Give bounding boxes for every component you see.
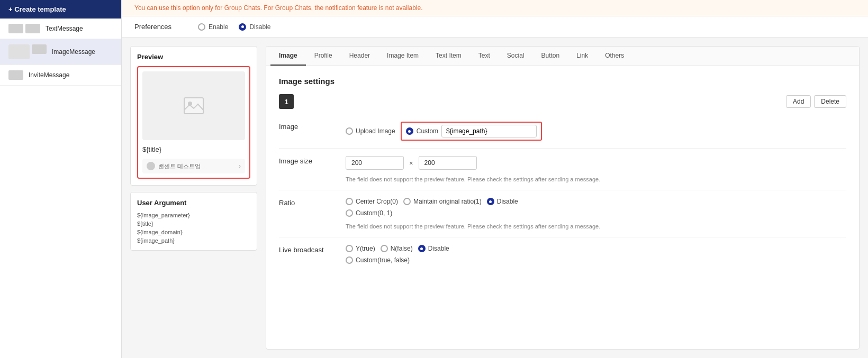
ratio-content: Center Crop(0) Maintain original ratio(1… — [346, 198, 846, 230]
ratio-disable-option[interactable]: Disable — [487, 198, 518, 205]
user-arg-2: ${image_domain} — [137, 229, 250, 235]
user-args-list: ${image_parameter} ${title} ${image_doma… — [137, 212, 250, 244]
preview-image — [142, 71, 245, 140]
preview-box: Preview ${title} 밴센트 테스트업 — [130, 46, 257, 186]
custom-ratio-radio[interactable] — [346, 209, 353, 217]
right-panel: Image Profile Header Image Item Text Ite… — [266, 46, 860, 350]
center-crop-option[interactable]: Center Crop(0) — [346, 198, 398, 205]
user-argument-title: User Argument — [137, 199, 250, 207]
image-height-input[interactable] — [419, 156, 477, 170]
ratio-disable-radio[interactable] — [487, 198, 494, 205]
size-x-separator: × — [409, 159, 413, 167]
sidebar-item-text-message[interactable]: TextMessage — [0, 19, 121, 39]
live-broadcast-content: Y(true) N(false) Disable — [346, 245, 846, 264]
image-size-row: Image size × The field does not support … — [279, 149, 846, 190]
y-true-radio[interactable] — [346, 245, 353, 252]
preferences-disable-label: Disable — [249, 23, 270, 31]
image-width-input[interactable] — [346, 156, 404, 170]
sidebar-thumb — [25, 24, 40, 33]
sidebar-thumb — [8, 24, 23, 33]
user-arg-3: ${image_path} — [137, 237, 250, 244]
maintain-ratio-radio[interactable] — [403, 198, 411, 205]
preferences-enable-radio[interactable] — [198, 23, 205, 31]
preview-item-title: ${title} — [142, 143, 245, 155]
ratio-label: Ratio — [279, 198, 337, 207]
tab-others[interactable]: Others — [596, 47, 632, 66]
custom-image-radio[interactable] — [406, 127, 413, 135]
image-placeholder-icon — [183, 97, 204, 115]
custom-livebroadcast-option[interactable]: Custom(true, false) — [346, 256, 410, 264]
user-argument-box: User Argument ${image_parameter} ${title… — [130, 192, 257, 251]
chevron-right-icon: › — [239, 162, 241, 170]
maintain-ratio-label: Maintain original ratio(1) — [413, 198, 482, 205]
image-options-inline: Upload Image Custom — [346, 122, 846, 141]
user-arg-1: ${title} — [137, 221, 250, 227]
tab-text[interactable]: Text — [470, 47, 499, 66]
preferences-label: Preferences — [134, 23, 187, 31]
image-row: Image Upload Image Custom — [279, 114, 846, 149]
ratio-extra-options: Custom(0, 1) — [346, 209, 846, 217]
n-false-option[interactable]: N(false) — [381, 245, 413, 252]
settings-title: Image settings — [279, 77, 846, 86]
preferences-disable-radio[interactable] — [239, 23, 246, 31]
tab-button[interactable]: Button — [532, 47, 568, 66]
n-false-radio[interactable] — [381, 245, 388, 252]
center-crop-label: Center Crop(0) — [356, 198, 398, 205]
image-size-label: Image size — [279, 156, 337, 165]
sidebar-item-label: TextMessage — [46, 25, 83, 32]
y-true-option[interactable]: Y(true) — [346, 245, 375, 252]
upload-image-label: Upload Image — [356, 127, 395, 135]
delete-button[interactable]: Delete — [814, 95, 846, 108]
maintain-ratio-option[interactable]: Maintain original ratio(1) — [403, 198, 482, 205]
livebroadcast-disable-label: Disable — [428, 245, 449, 252]
svg-rect-0 — [184, 98, 203, 114]
custom-livebroadcast-radio[interactable] — [346, 256, 353, 264]
livebroadcast-disable-radio[interactable] — [418, 245, 426, 252]
tab-image[interactable]: Image — [270, 47, 306, 66]
preferences-enable-label: Enable — [209, 23, 228, 31]
tabs-bar: Image Profile Header Image Item Text Ite… — [266, 47, 859, 66]
livebroadcast-disable-option[interactable]: Disable — [418, 245, 449, 252]
center-crop-radio[interactable] — [346, 198, 353, 205]
main-content: You can use this option only for Group C… — [122, 0, 868, 358]
sidebar-item-invite-message[interactable]: InviteMessage — [0, 65, 121, 86]
sidebar-header[interactable]: + Create template — [0, 0, 121, 19]
tab-profile[interactable]: Profile — [306, 47, 341, 66]
tab-social[interactable]: Social — [499, 47, 533, 66]
custom-ratio-option[interactable]: Custom(0, 1) — [346, 209, 392, 217]
preferences-enable-option[interactable]: Enable — [198, 23, 228, 31]
preview-avatar — [147, 162, 155, 170]
sidebar-item-label: ImageMessage — [52, 48, 95, 56]
sidebar-thumb — [32, 44, 47, 54]
tab-link[interactable]: Link — [568, 47, 596, 66]
preferences-disable-option[interactable]: Disable — [239, 23, 270, 31]
sidebar-thumb — [8, 44, 30, 59]
live-broadcast-options-inline: Y(true) N(false) Disable — [346, 245, 846, 252]
ratio-row: Ratio Center Crop(0) Maintain original r… — [279, 190, 846, 237]
n-false-label: N(false) — [391, 245, 413, 252]
action-buttons: Add Delete — [786, 95, 846, 108]
left-panel: Preview ${title} 밴센트 테스트업 — [130, 46, 257, 350]
ratio-disable-label: Disable — [497, 198, 518, 205]
ratio-options-inline: Center Crop(0) Maintain original ratio(1… — [346, 198, 846, 205]
tab-header[interactable]: Header — [341, 47, 378, 66]
upload-image-option[interactable]: Upload Image — [346, 127, 395, 135]
add-button[interactable]: Add — [786, 95, 811, 108]
live-broadcast-row: Live broadcast Y(true) N(false) — [279, 237, 846, 271]
number-badge: 1 — [279, 94, 294, 109]
image-size-inline: × — [346, 156, 846, 170]
preview-content: ${title} 밴센트 테스트업 › — [137, 66, 250, 179]
image-size-content: × The field does not support the preview… — [346, 156, 846, 182]
custom-image-label: Custom — [417, 127, 438, 135]
image-size-hint: The field does not support the preview f… — [346, 176, 846, 182]
custom-image-input[interactable] — [441, 125, 537, 137]
badge-row: 1 Add Delete — [279, 94, 846, 109]
upload-image-radio[interactable] — [346, 127, 353, 135]
preview-name: 밴센트 테스트업 — [158, 162, 201, 170]
sidebar-thumb — [8, 70, 23, 80]
sidebar-item-label: InviteMessage — [29, 71, 69, 79]
tab-text-item[interactable]: Text Item — [427, 47, 470, 66]
sidebar-item-image-message[interactable]: ImageMessage — [0, 39, 121, 65]
tab-image-item[interactable]: Image Item — [378, 47, 427, 66]
custom-livebroadcast-label: Custom(true, false) — [356, 256, 410, 264]
